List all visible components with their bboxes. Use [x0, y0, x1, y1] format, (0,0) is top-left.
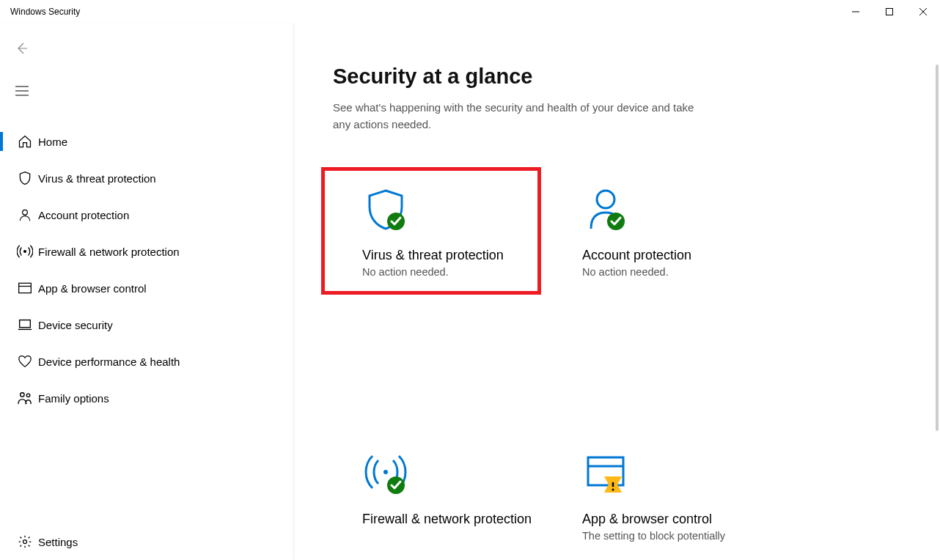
card-title: Firewall & network protection [362, 512, 532, 527]
svg-point-2 [24, 251, 26, 253]
svg-point-1 [23, 210, 28, 215]
home-icon [12, 134, 38, 149]
sidebar-item-family[interactable]: Family options [0, 380, 293, 416]
sidebar-item-device[interactable]: Device security [0, 306, 293, 343]
svg-rect-4 [20, 320, 31, 328]
laptop-icon [12, 318, 38, 331]
card-subtitle: No action needed. [582, 266, 669, 278]
family-icon [12, 391, 38, 405]
svg-rect-3 [19, 283, 32, 292]
gear-icon [12, 534, 38, 549]
shield-icon [12, 171, 38, 185]
sidebar-item-label: Settings [38, 536, 78, 548]
sidebar-item-label: Device security [38, 319, 113, 331]
card-subtitle: No action needed. [362, 266, 449, 278]
broadcast-icon [362, 447, 409, 506]
back-button[interactable] [7, 34, 37, 63]
scrollbar[interactable] [936, 65, 939, 431]
sidebar: Home Virus & threat protection Account p… [0, 23, 293, 560]
sidebar-item-performance[interactable]: Device performance & health [0, 343, 293, 380]
card-virus-threat[interactable]: Virus & threat protection No action need… [333, 169, 553, 432]
person-icon [12, 207, 38, 222]
sidebar-item-label: App & browser control [38, 282, 147, 295]
card-subtitle: The setting to block potentially [582, 530, 725, 542]
card-app-browser[interactable]: App & browser control The setting to blo… [553, 432, 773, 561]
sidebar-item-home[interactable]: Home [0, 123, 293, 160]
sidebar-item-label: Device performance & health [38, 355, 180, 368]
sidebar-item-label: Firewall & network protection [38, 246, 180, 258]
card-title: Virus & threat protection [362, 248, 504, 263]
sidebar-item-label: Family options [38, 392, 109, 405]
page-title: Security at a glance [333, 65, 940, 89]
window-title: Windows Security [10, 7, 80, 17]
browser-icon [12, 281, 38, 295]
menu-button[interactable] [7, 76, 37, 106]
close-button[interactable] [906, 0, 940, 23]
content-area: Security at a glance See what's happenin… [293, 23, 940, 560]
page-subtitle: See what's happening with the security a… [333, 99, 700, 133]
sidebar-item-label: Virus & threat protection [38, 172, 156, 185]
sidebar-item-firewall[interactable]: Firewall & network protection [0, 233, 293, 270]
card-title: Account protection [582, 248, 691, 263]
minimize-button[interactable] [839, 0, 873, 23]
svg-point-5 [21, 393, 24, 397]
person-icon [582, 183, 629, 242]
titlebar: Windows Security [0, 0, 940, 23]
svg-point-9 [597, 191, 614, 208]
broadcast-icon [12, 244, 38, 259]
sidebar-item-virus[interactable]: Virus & threat protection [0, 160, 293, 196]
sidebar-item-label: Account protection [38, 209, 129, 221]
sidebar-item-appbrowser[interactable]: App & browser control [0, 270, 293, 306]
svg-rect-0 [886, 9, 893, 15]
card-account-protection[interactable]: Account protection No action needed. [553, 169, 773, 432]
svg-point-11 [383, 470, 388, 474]
svg-point-6 [26, 394, 30, 397]
sidebar-item-settings[interactable]: Settings [0, 523, 293, 560]
svg-point-14 [612, 488, 614, 490]
shield-icon [362, 183, 409, 242]
card-title: App & browser control [582, 512, 712, 527]
svg-point-7 [23, 540, 27, 544]
sidebar-item-account[interactable]: Account protection [0, 196, 293, 233]
heart-icon [12, 355, 38, 368]
sidebar-item-label: Home [38, 136, 67, 148]
card-firewall-network[interactable]: Firewall & network protection [333, 432, 553, 561]
maximize-button[interactable] [873, 0, 906, 23]
browser-icon [582, 447, 629, 506]
